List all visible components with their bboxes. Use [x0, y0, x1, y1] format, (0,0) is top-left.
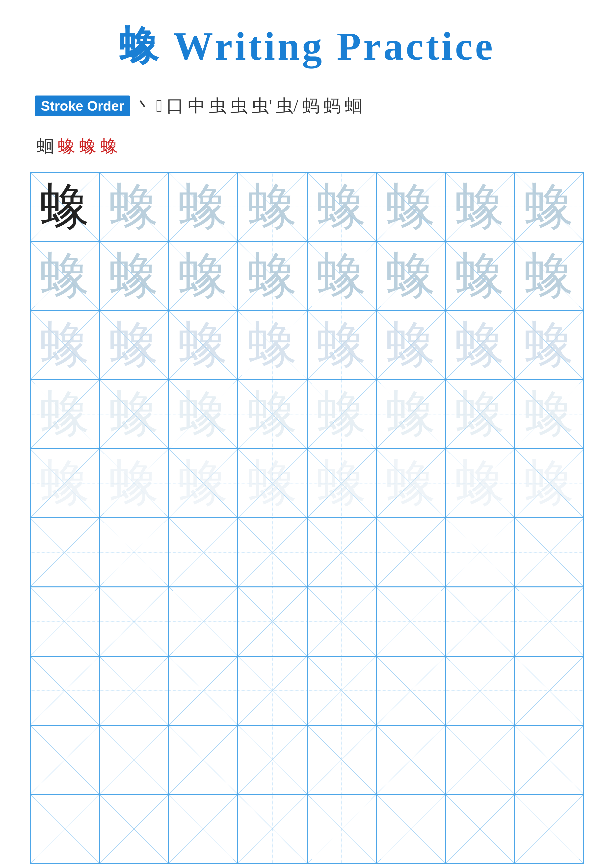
grid-cell[interactable]	[445, 794, 515, 863]
grid-cell[interactable]	[30, 656, 99, 725]
grid-cell[interactable]	[238, 656, 307, 725]
grid-cell[interactable]: 蟓	[169, 310, 238, 380]
grid-cell[interactable]	[445, 587, 515, 656]
grid-cell[interactable]	[307, 518, 376, 587]
grid-cell[interactable]	[238, 725, 307, 794]
grid-cell[interactable]: 蟓	[307, 380, 376, 449]
grid-cell[interactable]: 蟓	[30, 380, 99, 449]
grid-cell[interactable]: 蟓	[30, 310, 99, 380]
grid-cell[interactable]: 蟓	[515, 449, 584, 518]
grid-cell[interactable]: 蟓	[238, 449, 307, 518]
grid-cell[interactable]: 蟓	[515, 172, 584, 241]
grid-cell[interactable]: 蟓	[238, 310, 307, 380]
cell-character: 蟓	[455, 389, 505, 439]
grid-cell[interactable]: 蟓	[169, 449, 238, 518]
grid-cell[interactable]: 蟓	[307, 172, 376, 241]
title-suffix: Writing Practice	[161, 24, 495, 68]
grid-cell[interactable]	[30, 725, 99, 794]
grid-row	[30, 794, 584, 863]
grid-cell[interactable]: 蟓	[30, 241, 99, 310]
grid-cell[interactable]: 蟓	[445, 380, 515, 449]
stroke-char-11: 蛔	[343, 93, 364, 119]
grid-cell[interactable]	[445, 518, 515, 587]
cell-character: 蟓	[524, 459, 574, 508]
grid-cell[interactable]: 蟓	[376, 449, 445, 518]
grid-cell[interactable]: 蟓	[238, 172, 307, 241]
grid-cell[interactable]: 蟓	[376, 241, 445, 310]
grid-cell[interactable]	[515, 518, 584, 587]
grid-cell[interactable]	[238, 794, 307, 863]
cell-character: 蟓	[386, 459, 436, 508]
grid-cell[interactable]	[515, 587, 584, 656]
stroke-char-4: 中	[186, 93, 207, 119]
cell-character: 蟓	[524, 251, 574, 301]
grid-cell[interactable]: 蟓	[445, 241, 515, 310]
grid-cell[interactable]: 蟓	[376, 310, 445, 380]
grid-cell[interactable]	[169, 518, 238, 587]
grid-cell[interactable]	[376, 587, 445, 656]
grid-cell[interactable]	[445, 656, 515, 725]
grid-cell[interactable]: 蟓	[238, 380, 307, 449]
stroke-order-section: Stroke Order 丶 𠃌 口 中 虫 虫 虫' 虫/ 蚂 蚂 蛔	[30, 93, 584, 119]
grid-cell[interactable]: 蟓	[515, 241, 584, 310]
grid-cell[interactable]	[376, 794, 445, 863]
grid-cell[interactable]: 蟓	[169, 380, 238, 449]
grid-cell[interactable]	[99, 794, 168, 863]
grid-cell[interactable]	[238, 518, 307, 587]
grid-cell[interactable]: 蟓	[445, 310, 515, 380]
grid-cell[interactable]	[169, 587, 238, 656]
cell-character: 蟓	[40, 459, 90, 508]
grid-cell[interactable]: 蟓	[169, 241, 238, 310]
stroke-char-14: 蟓	[77, 133, 99, 160]
stroke-char-10: 蚂	[322, 93, 343, 119]
grid-cell[interactable]: 蟓	[515, 310, 584, 380]
grid-cell[interactable]	[515, 725, 584, 794]
grid-cell[interactable]	[307, 587, 376, 656]
cell-character: 蟓	[524, 320, 574, 370]
grid-cell[interactable]: 蟓	[376, 380, 445, 449]
grid-cell[interactable]: 蟓	[169, 172, 238, 241]
grid-cell[interactable]	[30, 794, 99, 863]
grid-cell[interactable]	[99, 587, 168, 656]
grid-cell[interactable]	[169, 794, 238, 863]
grid-cell[interactable]	[99, 725, 168, 794]
grid-cell[interactable]	[376, 725, 445, 794]
grid-cell[interactable]	[307, 656, 376, 725]
grid-cell[interactable]: 蟓	[99, 241, 168, 310]
grid-cell[interactable]	[307, 794, 376, 863]
grid-cell[interactable]: 蟓	[99, 449, 168, 518]
grid-cell[interactable]	[238, 587, 307, 656]
grid-cell[interactable]	[445, 725, 515, 794]
grid-cell[interactable]	[30, 518, 99, 587]
grid-cell[interactable]: 蟓	[376, 172, 445, 241]
cell-character: 蟓	[317, 320, 366, 370]
cell-character: 蟓	[317, 389, 366, 439]
grid-cell[interactable]: 蟓	[99, 172, 168, 241]
grid-cell[interactable]	[515, 656, 584, 725]
grid-cell[interactable]: 蟓	[99, 380, 168, 449]
grid-cell[interactable]: 蟓	[445, 449, 515, 518]
grid-cell[interactable]: 蟓	[30, 449, 99, 518]
grid-cell[interactable]: 蟓	[238, 241, 307, 310]
grid-cell[interactable]: 蟓	[515, 380, 584, 449]
title-chinese-char: 蟓	[119, 24, 161, 68]
grid-cell[interactable]	[99, 518, 168, 587]
grid-cell[interactable]: 蟓	[307, 310, 376, 380]
grid-cell[interactable]: 蟓	[307, 449, 376, 518]
grid-cell[interactable]: 蟓	[30, 172, 99, 241]
grid-cell[interactable]	[99, 656, 168, 725]
grid-row	[30, 725, 584, 794]
stroke-order-label: Stroke Order	[35, 96, 130, 116]
grid-cell[interactable]	[169, 725, 238, 794]
grid-row: 蟓蟓蟓蟓蟓蟓蟓蟓	[30, 172, 584, 241]
grid-cell[interactable]	[169, 656, 238, 725]
grid-cell[interactable]	[376, 518, 445, 587]
grid-cell[interactable]	[307, 725, 376, 794]
grid-cell[interactable]: 蟓	[445, 172, 515, 241]
grid-cell[interactable]: 蟓	[99, 310, 168, 380]
grid-cell[interactable]: 蟓	[307, 241, 376, 310]
grid-cell[interactable]	[30, 587, 99, 656]
cell-character: 蟓	[248, 320, 297, 370]
grid-cell[interactable]	[376, 656, 445, 725]
grid-cell[interactable]	[515, 794, 584, 863]
